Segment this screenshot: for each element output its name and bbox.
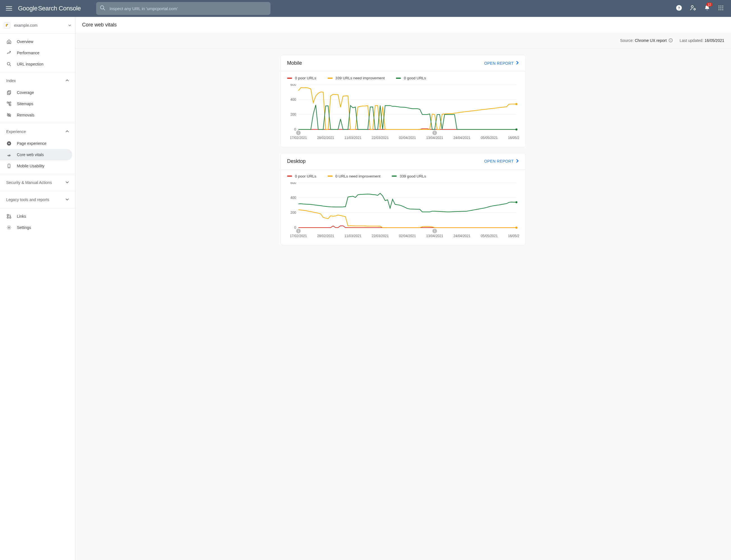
svg-point-38	[8, 227, 10, 228]
nav-item-coverage[interactable]: Coverage	[0, 87, 75, 98]
nav-label: Sitemaps	[17, 102, 33, 106]
chevron-down-icon	[66, 197, 69, 202]
property-picker[interactable]: example.com	[0, 17, 75, 34]
apps-icon[interactable]	[718, 5, 724, 12]
svg-text:24/04/2021: 24/04/2021	[453, 136, 471, 140]
card-title: Mobile	[287, 60, 302, 66]
svg-point-9	[719, 6, 719, 6]
svg-rect-35	[7, 214, 8, 216]
svg-text:28/02/2021: 28/02/2021	[317, 234, 334, 238]
legend-item: 0 URLs need improvement	[328, 174, 381, 178]
property-logo-icon	[4, 22, 10, 28]
svg-point-34	[9, 167, 9, 167]
svg-text:17/02/2021: 17/02/2021	[290, 136, 307, 140]
svg-text:24/04/2021: 24/04/2021	[453, 234, 471, 238]
nav-item-removals[interactable]: Removals	[0, 109, 75, 121]
legend-item: 0 poor URLs	[287, 174, 316, 178]
nav-item-page-experience[interactable]: Page experience	[0, 138, 75, 149]
card-title: Desktop	[287, 158, 306, 164]
chart-area: 020040060017/02/202128/02/202111/03/2021…	[281, 80, 525, 147]
chevron-right-icon	[515, 159, 519, 164]
legend-label: 0 good URLs	[404, 76, 426, 80]
svg-text:28/02/2021: 28/02/2021	[317, 136, 334, 140]
chevron-right-icon	[515, 61, 519, 66]
svg-text:1: 1	[434, 229, 435, 233]
links-icon	[6, 213, 12, 219]
svg-text:11/03/2021: 11/03/2021	[345, 234, 362, 238]
help-icon[interactable]: ?	[676, 5, 682, 12]
trend-icon	[6, 50, 12, 56]
svg-text:0: 0	[295, 226, 296, 230]
updated-block: Last updated: 16/05/2021	[680, 38, 724, 43]
chart-mobile: 020040060017/02/202128/02/202111/03/2021…	[287, 84, 519, 141]
copy-icon	[6, 90, 12, 95]
svg-text:11/03/2021: 11/03/2021	[345, 136, 362, 140]
nav-item-sitemaps[interactable]: Sitemaps	[0, 98, 75, 109]
logo-google: Google	[18, 5, 37, 12]
header-actions: ? 12	[676, 5, 729, 12]
open-report-button[interactable]: OPEN REPORT	[484, 159, 519, 164]
notifications-icon[interactable]: 12	[704, 5, 710, 12]
account-icon[interactable]	[690, 5, 696, 12]
svg-text:22/03/2021: 22/03/2021	[372, 136, 389, 140]
property-name: example.com	[14, 23, 64, 28]
svg-rect-1	[6, 8, 12, 9]
card-desktop: Desktop OPEN REPORT 0 poor URLs 0 URLs n…	[281, 153, 526, 245]
menu-icon[interactable]	[2, 2, 16, 15]
svg-line-22	[10, 65, 11, 66]
nav-item-performance[interactable]: Performance	[0, 47, 75, 59]
section-security[interactable]: Security & Manual Actions	[0, 176, 75, 189]
nav-item-overview[interactable]: Overview	[0, 36, 75, 47]
legend-label: 339 URLs need improvement	[336, 76, 385, 80]
svg-rect-23	[8, 91, 11, 94]
svg-text:?: ?	[670, 39, 671, 42]
nav-item-links[interactable]: Links	[0, 211, 75, 222]
gauge-icon	[6, 152, 12, 158]
section-experience[interactable]: Experience	[0, 125, 75, 138]
svg-rect-25	[7, 102, 8, 103]
svg-point-74	[515, 226, 517, 228]
nav-label: URL inspection	[17, 62, 43, 66]
svg-point-75	[515, 201, 517, 203]
nav-label: Coverage	[17, 90, 34, 95]
nav-item-settings[interactable]: Settings	[0, 222, 75, 233]
svg-point-14	[722, 7, 723, 8]
svg-point-16	[720, 9, 721, 10]
legend-swatch	[328, 78, 333, 79]
mobile-icon	[6, 163, 12, 169]
url-inspect-search[interactable]	[96, 2, 271, 15]
svg-text:13/04/2021: 13/04/2021	[426, 234, 443, 238]
card-header: Desktop OPEN REPORT	[281, 153, 525, 169]
nav-label: Overview	[17, 39, 33, 44]
search-icon	[6, 61, 12, 67]
svg-text:13/04/2021: 13/04/2021	[426, 136, 443, 140]
section-index[interactable]: Index	[0, 75, 75, 87]
nav-item-mobile-usability[interactable]: Mobile Usability	[0, 160, 75, 172]
section-legacy[interactable]: Legacy tools and reports	[0, 194, 75, 206]
svg-rect-24	[7, 91, 10, 95]
svg-text:05/05/2021: 05/05/2021	[481, 136, 498, 140]
tree-icon	[6, 101, 12, 107]
svg-point-17	[722, 9, 723, 10]
open-report-button[interactable]: OPEN REPORT	[484, 61, 519, 66]
search-icon	[100, 5, 106, 12]
svg-text:?: ?	[678, 6, 680, 10]
svg-text:200: 200	[291, 211, 296, 215]
open-report-label: OPEN REPORT	[484, 159, 514, 163]
logo-searchconsole: Search Console	[38, 5, 81, 12]
svg-rect-26	[10, 102, 11, 103]
svg-point-13	[720, 7, 721, 8]
nav-label: Page experience	[17, 141, 46, 146]
svg-text:02/04/2021: 02/04/2021	[399, 234, 416, 238]
app-header: Google Search Console ? 12	[0, 0, 731, 17]
url-inspect-input[interactable]	[110, 2, 267, 15]
info-icon[interactable]: ?	[669, 38, 673, 43]
nav-item-url-inspection[interactable]: URL inspection	[0, 59, 75, 70]
updated-value: 16/05/2021	[705, 38, 724, 43]
home-icon	[6, 39, 12, 44]
legend-label: 0 poor URLs	[295, 174, 316, 178]
gear-icon	[6, 225, 12, 230]
nav-item-core-web-vitals[interactable]: Core web vitals	[0, 149, 72, 160]
legend-label: 0 poor URLs	[295, 76, 316, 80]
svg-text:200: 200	[291, 113, 296, 116]
